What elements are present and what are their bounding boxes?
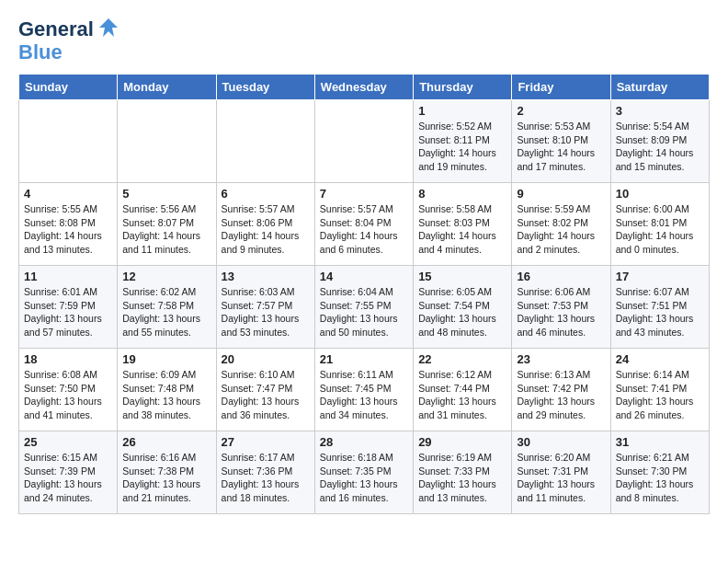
calendar-cell: 24Sunrise: 6:14 AMSunset: 7:41 PMDayligh… — [610, 349, 709, 431]
weekday-header-row: SundayMondayTuesdayWednesdayThursdayFrid… — [19, 75, 710, 100]
week-row-3: 11Sunrise: 6:01 AMSunset: 7:59 PMDayligh… — [19, 266, 710, 349]
calendar-cell: 4Sunrise: 5:55 AMSunset: 8:08 PMDaylight… — [19, 183, 118, 266]
calendar-cell: 5Sunrise: 5:56 AMSunset: 8:07 PMDaylight… — [118, 183, 216, 266]
day-number: 4 — [24, 187, 112, 201]
day-number: 14 — [320, 270, 408, 283]
day-number: 23 — [517, 352, 605, 366]
day-info: Sunrise: 6:13 AMSunset: 7:42 PMDaylight:… — [517, 368, 605, 422]
day-number: 18 — [24, 352, 112, 366]
calendar-cell: 28Sunrise: 6:18 AMSunset: 7:35 PMDayligh… — [314, 431, 413, 514]
day-info: Sunrise: 6:12 AMSunset: 7:44 PMDaylight:… — [418, 368, 506, 422]
day-info: Sunrise: 6:16 AMSunset: 7:38 PMDaylight:… — [122, 451, 210, 505]
week-row-5: 25Sunrise: 6:15 AMSunset: 7:39 PMDayligh… — [19, 431, 710, 514]
day-info: Sunrise: 5:55 AMSunset: 8:08 PMDaylight:… — [24, 202, 112, 257]
day-number: 16 — [517, 270, 605, 283]
day-number: 17 — [616, 270, 704, 283]
day-info: Sunrise: 5:53 AMSunset: 8:10 PMDaylight:… — [517, 120, 605, 174]
calendar-cell: 7Sunrise: 5:57 AMSunset: 8:04 PMDaylight… — [314, 183, 413, 266]
calendar-cell: 1Sunrise: 5:52 AMSunset: 8:11 PMDaylight… — [414, 100, 512, 183]
day-info: Sunrise: 5:54 AMSunset: 8:09 PMDaylight:… — [616, 120, 704, 174]
day-number: 9 — [517, 187, 605, 201]
weekday-header-thursday: Thursday — [414, 75, 512, 100]
calendar-cell: 17Sunrise: 6:07 AMSunset: 7:51 PMDayligh… — [610, 266, 709, 349]
day-info: Sunrise: 6:10 AMSunset: 7:47 PMDaylight:… — [222, 368, 310, 422]
calendar-cell: 29Sunrise: 6:19 AMSunset: 7:33 PMDayligh… — [414, 431, 512, 514]
logo: General Blue — [18, 15, 121, 64]
calendar-cell: 21Sunrise: 6:11 AMSunset: 7:45 PMDayligh… — [314, 349, 413, 431]
week-row-1: 1Sunrise: 5:52 AMSunset: 8:11 PMDaylight… — [19, 100, 710, 183]
calendar-cell: 2Sunrise: 5:53 AMSunset: 8:10 PMDaylight… — [512, 100, 610, 183]
day-number: 3 — [616, 104, 704, 118]
day-number: 22 — [418, 352, 506, 366]
calendar-cell: 30Sunrise: 6:20 AMSunset: 7:31 PMDayligh… — [512, 431, 610, 514]
calendar-cell: 3Sunrise: 5:54 AMSunset: 8:09 PMDaylight… — [610, 100, 709, 183]
weekday-header-saturday: Saturday — [610, 75, 709, 100]
day-number: 27 — [222, 435, 310, 449]
weekday-header-wednesday: Wednesday — [314, 75, 413, 100]
day-info: Sunrise: 6:09 AMSunset: 7:48 PMDaylight:… — [122, 368, 210, 422]
day-number: 26 — [122, 435, 210, 449]
calendar-cell: 10Sunrise: 6:00 AMSunset: 8:01 PMDayligh… — [610, 183, 709, 266]
calendar-cell: 27Sunrise: 6:17 AMSunset: 7:36 PMDayligh… — [216, 431, 314, 514]
day-number: 25 — [24, 435, 112, 449]
day-number: 2 — [517, 104, 605, 118]
logo-blue: Blue — [18, 40, 63, 64]
calendar-cell: 8Sunrise: 5:58 AMSunset: 8:03 PMDaylight… — [414, 183, 512, 266]
calendar-cell — [118, 100, 216, 183]
week-row-4: 18Sunrise: 6:08 AMSunset: 7:50 PMDayligh… — [19, 349, 710, 431]
svg-marker-0 — [99, 18, 118, 37]
day-number: 28 — [320, 435, 408, 449]
day-info: Sunrise: 6:15 AMSunset: 7:39 PMDaylight:… — [24, 451, 112, 505]
day-info: Sunrise: 6:00 AMSunset: 8:01 PMDaylight:… — [616, 202, 704, 257]
calendar-cell: 16Sunrise: 6:06 AMSunset: 7:53 PMDayligh… — [512, 266, 610, 349]
day-info: Sunrise: 6:02 AMSunset: 7:58 PMDaylight:… — [122, 285, 210, 339]
calendar-cell: 13Sunrise: 6:03 AMSunset: 7:57 PMDayligh… — [216, 266, 314, 349]
day-info: Sunrise: 6:21 AMSunset: 7:30 PMDaylight:… — [616, 451, 704, 505]
day-number: 19 — [122, 352, 210, 366]
calendar-cell — [314, 100, 413, 183]
day-info: Sunrise: 6:05 AMSunset: 7:54 PMDaylight:… — [418, 285, 506, 339]
day-info: Sunrise: 5:52 AMSunset: 8:11 PMDaylight:… — [418, 120, 506, 174]
weekday-header-monday: Monday — [118, 75, 216, 100]
day-info: Sunrise: 6:17 AMSunset: 7:36 PMDaylight:… — [222, 451, 310, 505]
calendar-cell: 14Sunrise: 6:04 AMSunset: 7:55 PMDayligh… — [314, 266, 413, 349]
day-info: Sunrise: 6:06 AMSunset: 7:53 PMDaylight:… — [517, 285, 605, 339]
day-info: Sunrise: 6:04 AMSunset: 7:55 PMDaylight:… — [320, 285, 408, 339]
day-info: Sunrise: 6:19 AMSunset: 7:33 PMDaylight:… — [418, 451, 506, 505]
day-info: Sunrise: 6:01 AMSunset: 7:59 PMDaylight:… — [24, 285, 112, 339]
header: General Blue — [18, 15, 710, 64]
day-number: 15 — [418, 270, 506, 283]
calendar-cell: 11Sunrise: 6:01 AMSunset: 7:59 PMDayligh… — [19, 266, 118, 349]
calendar-cell — [19, 100, 118, 183]
calendar-cell: 26Sunrise: 6:16 AMSunset: 7:38 PMDayligh… — [118, 431, 216, 514]
day-info: Sunrise: 5:58 AMSunset: 8:03 PMDaylight:… — [418, 202, 506, 257]
day-number: 7 — [320, 187, 408, 201]
calendar-cell: 12Sunrise: 6:02 AMSunset: 7:58 PMDayligh… — [118, 266, 216, 349]
day-info: Sunrise: 6:14 AMSunset: 7:41 PMDaylight:… — [616, 368, 704, 422]
calendar-cell: 20Sunrise: 6:10 AMSunset: 7:47 PMDayligh… — [216, 349, 314, 431]
day-info: Sunrise: 6:11 AMSunset: 7:45 PMDaylight:… — [320, 368, 408, 422]
day-info: Sunrise: 6:08 AMSunset: 7:50 PMDaylight:… — [24, 368, 112, 422]
day-number: 30 — [517, 435, 605, 449]
day-number: 13 — [222, 270, 310, 283]
calendar-cell: 31Sunrise: 6:21 AMSunset: 7:30 PMDayligh… — [610, 431, 709, 514]
day-number: 29 — [418, 435, 506, 449]
day-number: 5 — [122, 187, 210, 201]
day-info: Sunrise: 6:18 AMSunset: 7:35 PMDaylight:… — [320, 451, 408, 505]
day-info: Sunrise: 5:59 AMSunset: 8:02 PMDaylight:… — [517, 202, 605, 257]
day-number: 8 — [418, 187, 506, 201]
day-info: Sunrise: 5:57 AMSunset: 8:04 PMDaylight:… — [320, 202, 408, 257]
day-number: 11 — [24, 270, 112, 283]
day-number: 12 — [122, 270, 210, 283]
day-number: 1 — [418, 104, 506, 118]
calendar-cell: 6Sunrise: 5:57 AMSunset: 8:06 PMDaylight… — [216, 183, 314, 266]
logo-bird-icon — [96, 15, 121, 44]
day-info: Sunrise: 6:07 AMSunset: 7:51 PMDaylight:… — [616, 285, 704, 339]
day-info: Sunrise: 5:57 AMSunset: 8:06 PMDaylight:… — [222, 202, 310, 257]
calendar-cell: 22Sunrise: 6:12 AMSunset: 7:44 PMDayligh… — [414, 349, 512, 431]
calendar-cell: 18Sunrise: 6:08 AMSunset: 7:50 PMDayligh… — [19, 349, 118, 431]
weekday-header-friday: Friday — [512, 75, 610, 100]
weekday-header-sunday: Sunday — [19, 75, 118, 100]
calendar-cell: 9Sunrise: 5:59 AMSunset: 8:02 PMDaylight… — [512, 183, 610, 266]
week-row-2: 4Sunrise: 5:55 AMSunset: 8:08 PMDaylight… — [19, 183, 710, 266]
